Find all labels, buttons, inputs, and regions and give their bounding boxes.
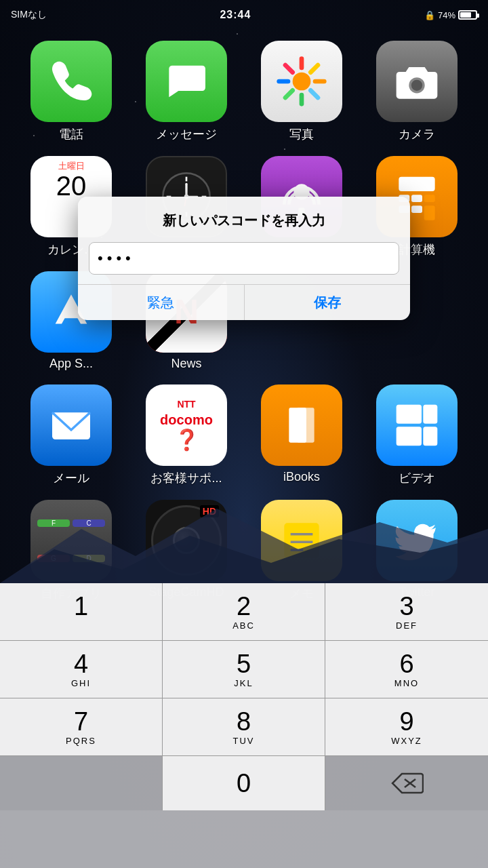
key-2[interactable]: 2 ABC: [163, 583, 325, 641]
svg-rect-31: [424, 205, 435, 220]
svg-rect-40: [284, 523, 319, 557]
mail-icon-img: [30, 384, 112, 466]
time-label: 23:44: [220, 9, 251, 21]
battery-fill: [460, 12, 471, 18]
camera-icon-img: [376, 41, 458, 122]
passcode-dialog: 新しいパスコードを再入力 緊急 保存: [78, 197, 410, 320]
app-messages[interactable]: メッセージ: [139, 41, 234, 142]
lock-icon: 🔒: [424, 10, 435, 20]
key-delete[interactable]: [325, 756, 488, 810]
svg-rect-37: [396, 427, 422, 446]
key-1-alpha: [79, 620, 83, 631]
dialog-title: 新しいパスコードを再入力: [78, 197, 410, 237]
battery-percent: 74%: [438, 10, 455, 20]
app-phone[interactable]: 電話: [24, 41, 119, 142]
key-3-num: 3: [399, 593, 413, 619]
passcode-input[interactable]: [89, 242, 399, 275]
mail-label: メール: [53, 470, 89, 486]
camera-label: カメラ: [399, 126, 435, 142]
app-video[interactable]: ビデオ: [369, 384, 464, 486]
ibooks-icon-img: [261, 384, 342, 466]
svg-rect-30: [411, 205, 422, 213]
key-9-num: 9: [399, 709, 413, 734]
app-mail[interactable]: メール: [24, 384, 119, 486]
key-7-alpha: PQRS: [66, 736, 96, 746]
phone-label: 電話: [59, 126, 83, 142]
key-3-alpha: DEF: [396, 620, 418, 631]
custom-icon-img: F C G D: [30, 500, 112, 581]
status-bar: SIMなし 23:44 🔒 74%: [0, 0, 488, 30]
svg-point-2: [293, 73, 311, 91]
key-1[interactable]: 1: [0, 583, 163, 641]
docomo-label: お客様サポ...: [150, 470, 222, 486]
key-6[interactable]: 6 MNO: [325, 641, 488, 698]
key-2-alpha: ABC: [232, 620, 255, 631]
svg-rect-39: [423, 427, 437, 446]
appstore-label: App S...: [49, 357, 93, 371]
photos-label: 写真: [289, 126, 314, 142]
status-right: 🔒 74%: [424, 10, 477, 20]
home-screen: 電話 メッセージ: [0, 34, 488, 622]
photos-icon-img: [261, 41, 342, 122]
app-ibooks[interactable]: iBooks: [254, 384, 349, 486]
calendar-date: 20: [56, 172, 87, 199]
app-camera[interactable]: カメラ: [369, 41, 464, 142]
svg-line-7: [285, 65, 293, 73]
key-0-num: 0: [237, 770, 251, 796]
key-5-alpha: JKL: [234, 678, 253, 688]
messages-icon-img: [146, 41, 227, 122]
key-0[interactable]: 0: [163, 756, 325, 810]
ibooks-label: iBooks: [283, 470, 320, 484]
memo-icon-img: [261, 500, 342, 581]
messages-label: メッセージ: [156, 126, 217, 142]
keypad-row-1: 1 2 ABC 3 DEF: [0, 583, 488, 641]
key-7-num: 7: [74, 709, 88, 734]
docomo-icon-img: NTT docomo ❓: [146, 384, 227, 466]
key-4-alpha: GHI: [71, 678, 91, 688]
svg-line-9: [310, 65, 318, 73]
video-label: ビデオ: [399, 470, 435, 486]
key-5[interactable]: 5 JKL: [163, 641, 325, 698]
svg-rect-28: [424, 195, 435, 202]
key-9-alpha: WXYZ: [391, 736, 422, 746]
key-4[interactable]: 4 GHI: [0, 641, 163, 698]
svg-point-12: [411, 80, 422, 91]
news-label: News: [171, 357, 201, 371]
keypad-bottom-row: 0: [0, 756, 488, 810]
key-8-alpha: TUV: [233, 736, 255, 746]
key-3[interactable]: 3 DEF: [325, 583, 488, 641]
keypad-row-2: 4 GHI 5 JKL 6 MNO: [0, 641, 488, 698]
svg-rect-25: [399, 177, 434, 191]
keypad-row-3: 7 PQRS 8 TUV 9 WXYZ: [0, 698, 488, 756]
svg-rect-35: [297, 408, 314, 442]
svg-line-8: [310, 90, 318, 98]
app-row-4: メール NTT docomo ❓ お客様サポ... iBooks: [14, 384, 474, 486]
carrier-label: SIMなし: [11, 9, 47, 21]
save-button[interactable]: 保存: [245, 285, 411, 320]
key-6-num: 6: [399, 651, 413, 677]
key-6-alpha: MNO: [394, 678, 419, 688]
key-9[interactable]: 9 WXYZ: [325, 698, 488, 756]
svg-rect-38: [423, 405, 437, 424]
key-1-num: 1: [74, 593, 88, 619]
key-4-num: 4: [74, 651, 88, 677]
app-docomo[interactable]: NTT docomo ❓ お客様サポ...: [139, 384, 234, 486]
app-photos[interactable]: 写真: [254, 41, 349, 142]
keypad: 1 2 ABC 3 DEF 4 GHI 5 JKL 6 MNO 7 PQRS: [0, 583, 488, 868]
svg-rect-27: [411, 195, 422, 202]
key-8[interactable]: 8 TUV: [163, 698, 325, 756]
phone-icon-img: [30, 41, 112, 122]
key-7[interactable]: 7 PQRS: [0, 698, 163, 756]
emergency-button[interactable]: 緊急: [78, 285, 244, 320]
twitter-icon-img: [376, 500, 458, 581]
dialog-input-wrap: [78, 237, 410, 275]
key-5-num: 5: [237, 651, 251, 677]
video-icon-img: [376, 384, 458, 466]
stagecam-icon-img: HD: [146, 500, 227, 581]
svg-rect-36: [396, 405, 422, 424]
key-2-num: 2: [237, 593, 251, 619]
key-empty-left: [0, 756, 163, 810]
app-row-1: 電話 メッセージ: [14, 41, 474, 142]
dialog-buttons: 緊急 保存: [78, 285, 410, 320]
battery-icon: [458, 10, 477, 20]
